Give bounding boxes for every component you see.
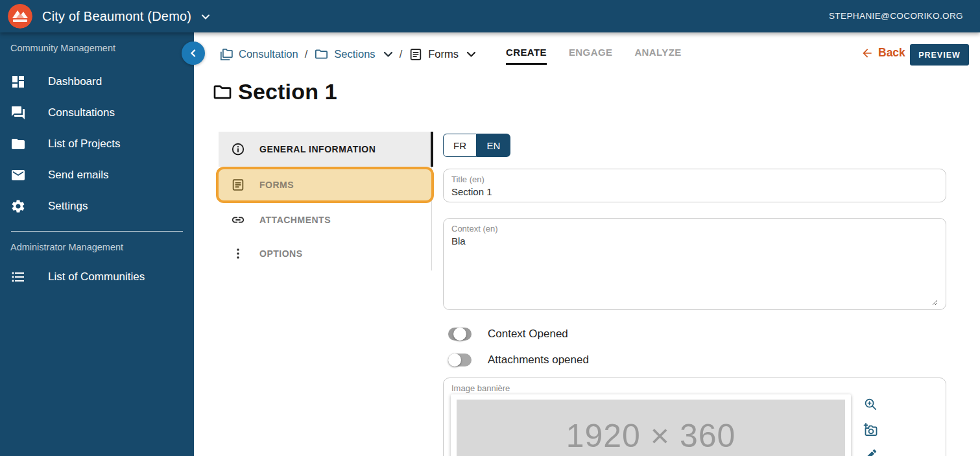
attachments-opened-label: Attachments opened (488, 354, 589, 366)
menu-item-general-information[interactable]: GENERAL INFORMATION (219, 132, 431, 167)
chevron-left-icon (189, 49, 197, 57)
folders-icon (219, 47, 233, 62)
edit-button[interactable] (862, 447, 879, 456)
sidebar-collapse-button[interactable] (182, 42, 205, 65)
arrow-left-icon (861, 47, 874, 60)
chat-icon (10, 105, 26, 121)
main-content: Consultation / Sections / Forms (194, 32, 980, 456)
link-icon (231, 213, 245, 227)
zoom-in-icon (863, 397, 878, 412)
tab-create[interactable]: CREATE (506, 47, 547, 65)
context-field: Context (en) Bla (443, 218, 946, 310)
breadcrumb-consultation[interactable]: Consultation (219, 47, 298, 62)
sidebar-section-community-management: Community Management (10, 43, 194, 53)
toggle-switch[interactable] (448, 354, 472, 366)
sidebar-section-administrator-management: Administrator Management (10, 242, 194, 252)
page-title-row: Section 1 (212, 79, 337, 104)
folder-icon (10, 136, 26, 152)
menu-item-forms[interactable]: FORMS (216, 167, 434, 203)
list-icon (10, 269, 26, 285)
community-name: City of Beaumont (Demo) (42, 9, 191, 24)
app-page: City of Beaumont (Demo) STEPHANIE@COCORI… (0, 0, 980, 456)
sidebar: Community Management Dashboard Consultat… (0, 32, 194, 456)
back-button[interactable]: Back (861, 46, 905, 60)
dashboard-icon (10, 74, 26, 90)
language-fr-button[interactable]: FR (443, 134, 477, 157)
banner-actions (862, 396, 879, 456)
context-opened-label: Context Opened (488, 328, 568, 341)
folder-icon (212, 82, 233, 102)
sidebar-item-send-emails[interactable]: Send emails (0, 160, 194, 191)
sidebar-divider (11, 231, 183, 232)
mode-tabs: CREATE ENGAGE ANALYZE (506, 47, 682, 65)
title-input[interactable] (451, 186, 938, 197)
breadcrumb-separator: / (305, 48, 308, 60)
chevron-down-icon[interactable] (466, 51, 476, 58)
zoom-in-button[interactable] (862, 396, 879, 413)
sidebar-item-dashboard[interactable]: Dashboard (0, 66, 194, 97)
preview-button[interactable]: PREVIEW (910, 44, 969, 66)
banner-image-card: 1920 × 360 (451, 394, 851, 456)
gear-icon (10, 198, 26, 214)
context-opened-toggle[interactable]: Context Opened (448, 328, 568, 341)
attachments-opened-toggle[interactable]: Attachments opened (448, 354, 589, 366)
toggle-switch[interactable] (448, 328, 472, 341)
top-bar: City of Beaumont (Demo) STEPHANIE@COCORI… (0, 0, 980, 32)
breadcrumb-separator: / (400, 48, 403, 60)
menu-item-attachments[interactable]: ATTACHMENTS (219, 203, 431, 237)
add-photo-icon (863, 422, 878, 438)
context-field-label: Context (en) (451, 224, 938, 234)
title-field-label: Title (en) (451, 174, 938, 184)
edit-pencil-icon (863, 448, 878, 456)
context-textarea[interactable]: Bla (451, 235, 938, 306)
language-en-button[interactable]: EN (477, 134, 510, 157)
section-menu: GENERAL INFORMATION FORMS ATTACHMENTS (219, 132, 432, 270)
sidebar-item-settings[interactable]: Settings (0, 191, 194, 222)
banner-image-field: Image bannière 1920 × 360 (443, 378, 946, 456)
sidebar-nav: Dashboard Consultations List of Projects… (0, 66, 194, 222)
community-logo[interactable] (8, 4, 32, 29)
document-icon (231, 178, 245, 192)
banner-field-label: Image bannière (451, 383, 938, 393)
add-photo-button[interactable] (862, 422, 879, 438)
folder-icon (314, 47, 329, 62)
breadcrumb: Consultation / Sections / Forms (219, 47, 476, 62)
more-vert-icon (231, 246, 245, 261)
breadcrumb-forms[interactable]: Forms (409, 47, 476, 62)
info-icon (231, 142, 245, 156)
chevron-down-icon[interactable] (383, 51, 393, 58)
title-field: Title (en) (443, 169, 946, 202)
chevron-down-icon (202, 14, 209, 19)
document-icon (409, 47, 423, 62)
sidebar-admin-nav: List of Communities (0, 261, 194, 293)
sidebar-item-list-of-communities[interactable]: List of Communities (0, 261, 194, 293)
menu-item-options[interactable]: OPTIONS (219, 237, 431, 270)
tab-engage[interactable]: ENGAGE (569, 47, 612, 65)
page-title: Section 1 (238, 79, 337, 104)
breadcrumb-sections[interactable]: Sections (314, 47, 392, 62)
user-email[interactable]: STEPHANIE@COCORIKO.ORG (829, 11, 963, 21)
sidebar-item-consultations[interactable]: Consultations (0, 97, 194, 128)
mail-icon (10, 167, 26, 183)
tab-analyze[interactable]: ANALYZE (634, 47, 681, 65)
language-toggle: FR EN (443, 134, 510, 157)
community-switcher-caret[interactable] (202, 10, 209, 22)
banner-placeholder-image: 1920 × 360 (457, 400, 845, 456)
beaumont-logo-icon (8, 4, 32, 29)
sidebar-item-list-of-projects[interactable]: List of Projects (0, 128, 194, 160)
